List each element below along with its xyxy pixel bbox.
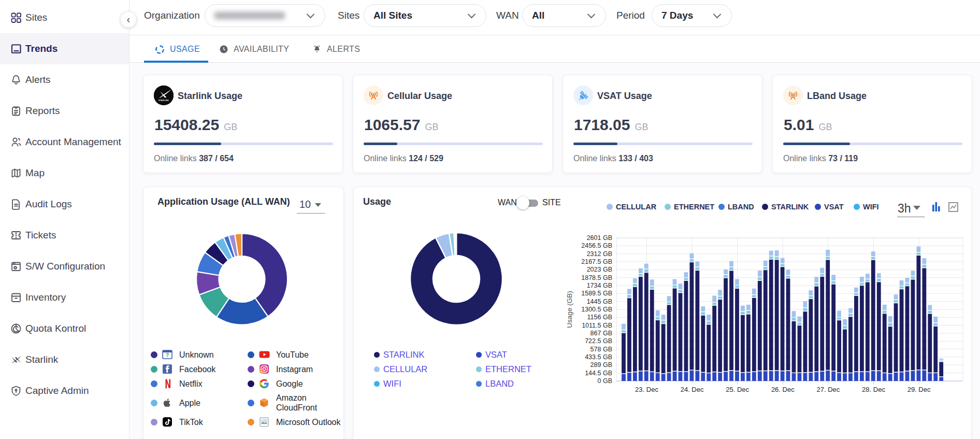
svg-text:289 GB: 289 GB — [590, 361, 612, 369]
svg-text:867 GB: 867 GB — [590, 330, 612, 337]
svg-text:2456.5 GB: 2456.5 GB — [581, 242, 612, 249]
svg-text:1156 GB: 1156 GB — [587, 314, 612, 321]
svg-text:1445 GB: 1445 GB — [587, 298, 612, 305]
svg-text:STARLINK: STARLINK — [158, 100, 169, 102]
svg-text:722.5 GB: 722.5 GB — [585, 337, 612, 345]
svg-text:2023 GB: 2023 GB — [587, 266, 612, 273]
svg-text:28. Dec: 28. Dec — [862, 386, 885, 393]
svg-text:29. Dec: 29. Dec — [907, 386, 931, 393]
svg-text:1011.5 GB: 1011.5 GB — [582, 322, 612, 329]
svg-text:Usage (GB): Usage (GB) — [566, 291, 573, 328]
svg-text:144.5 GB: 144.5 GB — [585, 370, 612, 377]
svg-text:?: ? — [166, 352, 169, 358]
svg-text:578 GB: 578 GB — [590, 346, 612, 353]
svg-text:1589.5 GB: 1589.5 GB — [581, 290, 612, 297]
svg-text:25. Dec: 25. Dec — [726, 386, 749, 393]
svg-text:2167.5 GB: 2167.5 GB — [581, 258, 612, 265]
svg-text:0 GB: 0 GB — [598, 377, 613, 385]
svg-text:27. Dec: 27. Dec — [816, 386, 840, 393]
svg-text:2312 GB: 2312 GB — [587, 250, 612, 258]
svg-text:24. Dec: 24. Dec — [681, 386, 704, 393]
svg-text:23. Dec: 23. Dec — [635, 386, 658, 393]
svg-text:2601 GB: 2601 GB — [587, 234, 612, 242]
svg-text:433.5 GB: 433.5 GB — [585, 353, 612, 361]
svg-text:1878.5 GB: 1878.5 GB — [581, 274, 612, 281]
svg-text:1734 GB: 1734 GB — [587, 282, 612, 289]
svg-text:26. Dec: 26. Dec — [771, 386, 795, 393]
svg-text:1300.5 GB: 1300.5 GB — [581, 306, 612, 313]
